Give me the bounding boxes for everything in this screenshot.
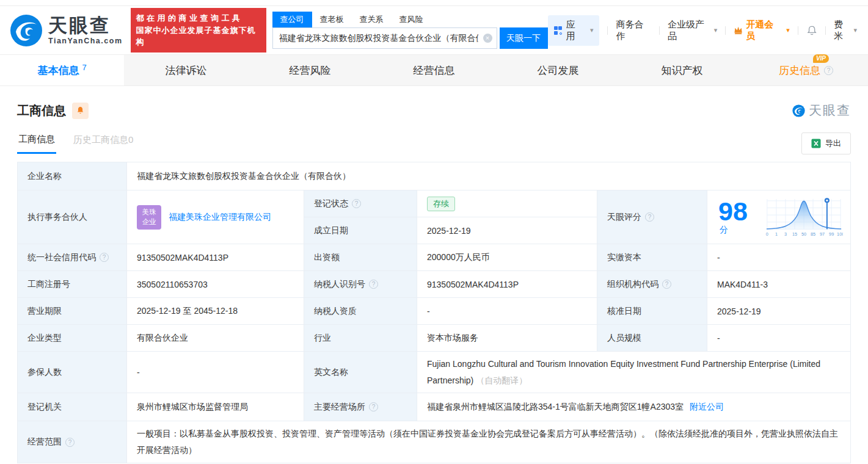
est-date-label: 成立日期	[304, 217, 417, 244]
tab-company-development[interactable]: 公司发展	[496, 55, 620, 85]
notifications-bell-icon[interactable]	[806, 24, 817, 37]
vip-crown-icon	[734, 26, 743, 35]
menu-cooperation[interactable]: 商务合作	[616, 19, 651, 42]
watermark-text: 天眼查	[809, 102, 851, 119]
watermark: 天眼查	[792, 102, 851, 119]
partner-company-link[interactable]: 福建美珠企业管理有限公司	[169, 212, 271, 223]
tab-intellectual-property[interactable]: 知识产权	[620, 55, 744, 85]
promo-line2: 国家中小企业发展子基金旗下机构	[136, 24, 261, 48]
vip-badge: VIP	[813, 54, 829, 63]
org-code-value: MAK4D411-3	[707, 271, 850, 298]
authority-value: 泉州市鲤城区市场监督管理局	[127, 393, 304, 421]
menu-divider	[725, 26, 726, 35]
help-icon[interactable]	[645, 212, 654, 222]
search-button[interactable]: 天眼一下	[500, 27, 548, 49]
menu-divider	[798, 26, 798, 35]
capital-value: 200000万人民币	[417, 244, 597, 271]
paid-capital-label: 实缴资本	[597, 244, 707, 271]
menu-divider	[825, 26, 826, 35]
help-icon[interactable]	[65, 438, 75, 447]
tab-basic-info[interactable]: 基本信息 7	[0, 55, 124, 85]
menu-open-vip[interactable]: 开通会员	[734, 19, 790, 42]
score-axis-ticks: 0 1 3 15 50 85 97 99 100	[766, 231, 843, 237]
svg-text:100: 100	[837, 231, 843, 237]
tianyancha-logo[interactable]: 天眼查 TianYanCha.com	[10, 14, 123, 47]
menu-enterprise-products[interactable]: 企业级产品	[668, 19, 717, 42]
svg-text:97: 97	[820, 231, 825, 237]
score-value: 98	[718, 197, 748, 226]
score-unit: 分	[720, 225, 728, 234]
search-tab-company[interactable]: 查公司	[272, 12, 312, 27]
search-tab-risk[interactable]: 查风险	[392, 12, 431, 27]
subtab-row: 工商信息 历史工商信息0 导出	[17, 132, 851, 154]
tax-qualification-label: 纳税人资质	[304, 298, 417, 325]
est-date-value: 2025-12-19	[417, 217, 597, 244]
tab-history-info[interactable]: 历史信息 VIP	[744, 55, 868, 85]
apps-menu[interactable]: 应用	[548, 15, 600, 46]
promo-line1: 都在用的商业查询工具	[136, 12, 261, 24]
score-cell: 98分 0 1 3 15 50	[707, 190, 850, 244]
staff-size-value: -	[707, 325, 850, 352]
section-title: 工商信息	[17, 103, 66, 119]
uscc-value: 91350502MAK4D4113P	[127, 244, 304, 271]
company-nav-tabs: 基本信息 7 法律诉讼 经营风险 经营信息 公司发展 知识产权 历史信息 VIP	[0, 54, 868, 86]
partner-cell: 美珠 企业 福建美珠企业管理有限公司	[127, 190, 304, 244]
address-value: 福建省泉州市鲤城区温陵北路354-1号富临新天地商贸区1幢A2303室 附近公司	[417, 393, 850, 421]
scope-value: 一般项目：以私募基金从事股权投资、投资管理、资产管理等活动（须在中国证券投资基金…	[127, 421, 850, 463]
search-input[interactable]	[272, 27, 497, 49]
authority-label: 登记机关	[18, 393, 127, 421]
subtab-business-registration[interactable]: 工商信息	[17, 134, 56, 154]
header-menu: 应用 商务合作 企业级产品 开通会员 费米	[548, 15, 857, 46]
tianyancha-logo-icon	[10, 14, 43, 47]
help-icon[interactable]	[352, 199, 361, 208]
apps-grid-icon	[554, 26, 562, 35]
apps-label: 应用	[566, 19, 583, 42]
company-name-label: 企业名称	[18, 162, 127, 190]
search-tab-relation[interactable]: 查关系	[352, 12, 392, 27]
tab-operating-risk[interactable]: 经营风险	[248, 55, 372, 85]
svg-text:85: 85	[811, 231, 815, 237]
section-header: 工商信息 天眼查	[17, 102, 851, 119]
svg-text:15: 15	[792, 231, 797, 237]
notification-bell-icon	[76, 106, 85, 115]
search-tab-boss[interactable]: 查老板	[312, 12, 352, 27]
tab-legal-litigation[interactable]: 法律诉讼	[124, 55, 248, 85]
reg-no-value: 350502110653703	[127, 271, 304, 298]
promo-banner: 都在用的商业查询工具 国家中小企业发展子基金旗下机构	[131, 8, 266, 53]
svg-text:99: 99	[829, 231, 834, 237]
scope-label: 经营范围	[18, 421, 127, 463]
company-type-value: 有限合伙企业	[127, 325, 304, 352]
industry-value: 资本市场服务	[417, 325, 597, 352]
paid-capital-value: -	[707, 244, 850, 271]
auto-translate-note: （自动翻译）	[476, 375, 527, 385]
svg-text:0: 0	[766, 231, 768, 237]
help-icon[interactable]	[662, 280, 671, 289]
search-tabs: 查公司 查老板 查关系 查风险	[272, 12, 548, 27]
tab-business-info[interactable]: 经营信息	[372, 55, 496, 85]
user-menu[interactable]: 费米	[834, 19, 857, 42]
english-name-label: 英文名称	[304, 352, 417, 393]
svg-text:1: 1	[775, 231, 778, 237]
help-icon[interactable]	[824, 66, 833, 75]
help-icon[interactable]	[369, 402, 378, 411]
subtab-history-registration[interactable]: 历史工商信息0	[72, 134, 134, 153]
reg-no-label: 工商注册号	[18, 271, 127, 298]
approval-date-value: 2025-12-19	[707, 298, 850, 325]
basic-info-count: 7	[82, 63, 86, 72]
tianyancha-watermark-icon	[792, 104, 805, 117]
address-label: 主要经营场所	[304, 393, 417, 421]
menu-divider	[659, 26, 660, 35]
subscribe-bell-button[interactable]	[72, 103, 89, 119]
excel-icon	[811, 139, 821, 148]
tax-id-label: 纳税人识别号	[304, 271, 417, 298]
clear-search-icon[interactable]	[483, 34, 492, 43]
company-type-label: 企业类型	[18, 325, 127, 352]
export-button[interactable]: 导出	[801, 132, 851, 154]
help-icon[interactable]	[369, 280, 378, 289]
uscc-label: 统一社会信用代码	[18, 244, 127, 271]
main-header: 天眼查 TianYanCha.com 都在用的商业查询工具 国家中小企业发展子基…	[0, 6, 868, 54]
nearby-companies-link[interactable]: 附近公司	[690, 402, 724, 413]
partner-company-avatar[interactable]: 美珠 企业	[137, 205, 161, 230]
help-icon[interactable]	[100, 253, 109, 262]
company-name-value: 福建省龙珠文旅数创股权投资基金合伙企业（有限合伙）	[127, 162, 850, 190]
